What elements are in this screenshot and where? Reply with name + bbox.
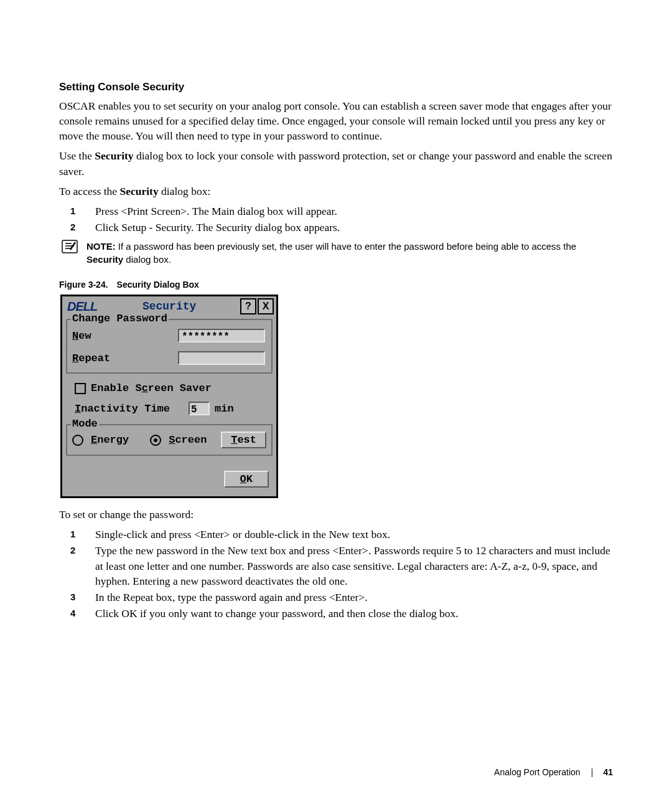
text: dialog box. <box>123 254 171 265</box>
text: Enable S <box>91 382 142 394</box>
list-item: 2 Click Setup - Security. The Security d… <box>59 220 613 235</box>
bold-text: Setup - Security <box>121 221 191 234</box>
bold-text: Repeat <box>123 591 154 603</box>
footer-page-number: 41 <box>603 767 613 777</box>
hotkey: S <box>169 434 175 446</box>
energy-radio[interactable] <box>72 435 83 446</box>
paragraph-4: To set or change the password: <box>59 507 613 522</box>
text: dialog box appears. <box>252 221 340 234</box>
text: reen Saver <box>148 382 212 394</box>
hotkey: N <box>72 330 78 342</box>
list-item: 2 Type the new password in the New text … <box>59 543 613 588</box>
list-text: Type the new password in the New text bo… <box>95 543 613 588</box>
text: creen <box>175 434 207 446</box>
numbered-list-1: 1 Press <Print Screen>. The Main dialog … <box>59 204 613 235</box>
bold-text: Main <box>212 205 235 217</box>
numbered-list-2: 1 Single-click and press <Enter> or doub… <box>59 527 613 621</box>
group-legend: Change Password <box>71 313 169 324</box>
bold-text: New <box>329 528 349 540</box>
list-number: 2 <box>59 220 95 235</box>
text: box, type the password again and press <… <box>153 591 367 603</box>
text: text box. <box>350 528 391 540</box>
list-number: 1 <box>59 204 95 219</box>
text: dialog box to lock your console with pas… <box>59 149 612 177</box>
enable-screen-saver-row: Enable Screen Saver <box>75 382 273 394</box>
hotkey: T <box>231 434 237 446</box>
bold-text: Security <box>216 221 252 234</box>
new-password-row: New ******** <box>72 329 266 342</box>
text: Single-click and press <Enter> or double… <box>95 528 329 540</box>
mode-group: Mode Energy Screen Test <box>66 424 273 456</box>
close-button[interactable]: X <box>258 298 274 314</box>
bold-text: New <box>228 544 248 557</box>
inactivity-label: Inactivity Time <box>75 403 170 415</box>
inactivity-unit: min <box>215 403 234 415</box>
figure-caption: Figure 3-24.Security Dialog Box <box>59 280 613 290</box>
text: nergy <box>97 434 129 446</box>
section-heading: Setting Console Security <box>59 81 613 93</box>
list-text: In the Repeat box, type the password aga… <box>95 590 613 605</box>
dialog-title: Security <box>100 300 239 313</box>
bold-text: Security <box>95 149 133 162</box>
paragraph-1: OSCAR enables you to set security on you… <box>59 98 613 143</box>
list-text: Single-click and press <Enter> or double… <box>95 527 613 542</box>
figure-number: Figure 3-24. <box>59 280 108 290</box>
text: dialog box: <box>159 185 211 197</box>
inactivity-row: Inactivity Time 5 min <box>75 402 273 415</box>
ok-button[interactable]: OK <box>224 471 269 488</box>
screen-radio[interactable] <box>150 435 161 446</box>
bold-text: Security <box>86 254 123 265</box>
note-icon <box>59 240 86 266</box>
repeat-password-row: Repeat <box>72 351 266 365</box>
text: . The <box>191 221 216 234</box>
bold-text: Security <box>119 185 158 197</box>
text: ew <box>78 330 91 342</box>
change-password-group: Change Password New ******** Repeat <box>66 319 273 374</box>
inactivity-time-input[interactable]: 5 <box>189 402 210 415</box>
mode-row: Energy Screen Test <box>72 429 266 451</box>
list-text: Click OK if you only want to change your… <box>95 606 613 621</box>
text: Use the <box>59 149 95 162</box>
hotkey: R <box>72 352 78 364</box>
text: epeat <box>78 352 110 364</box>
bold-text: OK <box>121 607 137 620</box>
repeat-password-input[interactable] <box>178 351 265 365</box>
text: Press <Print Screen>. The <box>95 205 212 217</box>
list-number: 4 <box>59 606 95 621</box>
hotkey: E <box>91 434 97 446</box>
list-item: 4 Click OK if you only want to change yo… <box>59 606 613 621</box>
list-item: 1 Press <Print Screen>. The Main dialog … <box>59 204 613 219</box>
list-item: 1 Single-click and press <Enter> or doub… <box>59 527 613 542</box>
paragraph-3: To access the Security dialog box: <box>59 184 613 199</box>
hotkey: O <box>240 473 246 485</box>
hotkey: c <box>142 382 148 394</box>
note-label: NOTE: <box>86 241 118 252</box>
screen-label: Screen <box>169 434 207 446</box>
text: est <box>237 434 256 446</box>
figure-title: Security Dialog Box <box>117 280 199 290</box>
dell-logo: DELL <box>65 300 100 314</box>
enable-screen-saver-checkbox[interactable] <box>75 383 86 394</box>
page-footer: Analog Port Operation 41 <box>494 767 613 777</box>
ok-row: OK <box>66 462 273 493</box>
text: Type the new password in the <box>95 544 228 557</box>
test-button[interactable]: Test <box>221 432 266 448</box>
text: Click <box>95 221 121 234</box>
new-password-label: New <box>72 330 178 342</box>
text: dialog box will appear. <box>235 205 337 217</box>
list-number: 1 <box>59 527 95 542</box>
group-legend: Mode <box>71 418 99 430</box>
list-text: Press <Print Screen>. The Main dialog bo… <box>95 204 613 219</box>
paragraph-2: Use the Security dialog box to lock your… <box>59 148 613 178</box>
list-number: 3 <box>59 590 95 605</box>
help-button[interactable]: ? <box>240 298 256 314</box>
text: if you only want to change your password… <box>138 607 459 620</box>
text: Click <box>95 607 121 620</box>
text: K <box>246 473 253 485</box>
note-text: NOTE: If a password has been previously … <box>86 240 613 266</box>
list-text: Click Setup - Security. The Security dia… <box>95 220 613 235</box>
new-password-input[interactable]: ******** <box>178 329 265 342</box>
security-dialog: DELL Security ? X Change Password New **… <box>60 295 278 498</box>
text: nactivity Time <box>81 403 170 415</box>
footer-section: Analog Port Operation <box>494 767 581 777</box>
